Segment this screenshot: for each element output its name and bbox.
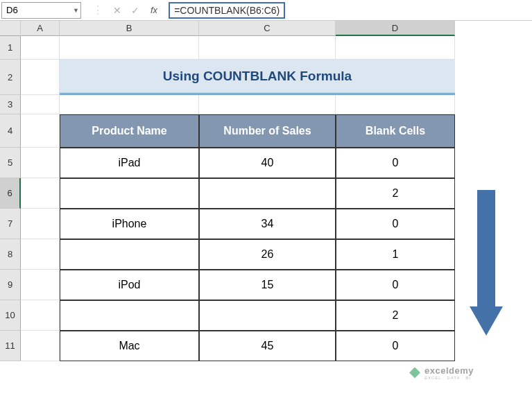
cell-D6[interactable]: 2 (336, 178, 455, 209)
cell-B3[interactable] (60, 95, 199, 114)
col-header-A[interactable]: A (21, 21, 60, 36)
row-header-6[interactable]: 6 (0, 178, 21, 209)
cell-A10[interactable] (21, 300, 60, 331)
enter-icon[interactable]: ✓ (131, 5, 139, 16)
cell-D1[interactable] (336, 36, 455, 60)
cell-A7[interactable] (21, 209, 60, 239)
cell-D8[interactable]: 1 (336, 239, 455, 270)
col-header-B[interactable]: B (60, 21, 199, 36)
table-header-sales[interactable]: Number of Sales (199, 114, 336, 148)
cell-C9[interactable]: 15 (199, 270, 336, 300)
cell-B10[interactable] (60, 300, 199, 331)
exceldemy-logo-icon (409, 367, 420, 379)
cell-D5[interactable]: 0 (336, 148, 455, 178)
cell-B11[interactable]: Mac (60, 331, 199, 361)
chevron-down-icon[interactable]: ▼ (73, 7, 79, 14)
formula-input[interactable]: =COUNTBLANK(B6:C6) (164, 2, 532, 19)
row-header-2[interactable]: 2 (0, 60, 21, 95)
cell-B5[interactable]: iPad (60, 148, 199, 178)
cell-A8[interactable] (21, 239, 60, 270)
cell-D11[interactable]: 0 (336, 331, 455, 361)
watermark-tagline: EXCEL · DATA · BI (424, 376, 474, 380)
watermark-brand: exceldemy (424, 365, 474, 376)
cell-B1[interactable] (60, 36, 199, 60)
formula-bar: D6 ▼ ⋮ ✕ ✓ fx =COUNTBLANK(B6:C6) (0, 0, 532, 21)
cell-C3[interactable] (199, 95, 336, 114)
cell-C5[interactable]: 40 (199, 148, 336, 178)
row-header-4[interactable]: 4 (0, 114, 21, 148)
row-headers: 1 2 3 4 5 6 7 8 9 10 11 (0, 36, 21, 361)
cell-D9[interactable]: 0 (336, 270, 455, 300)
cell-A6[interactable] (21, 178, 60, 209)
cell-C7[interactable]: 34 (199, 209, 336, 239)
row-header-7[interactable]: 7 (0, 209, 21, 239)
column-header-row: A B C D (0, 21, 532, 36)
cell-A9[interactable] (21, 270, 60, 300)
cell-A4[interactable] (21, 114, 60, 148)
cell-A5[interactable] (21, 148, 60, 178)
fx-label[interactable]: fx (151, 5, 157, 15)
formula-tools: ⋮ ✕ ✓ (84, 3, 148, 17)
title-cell[interactable]: Using COUNTBLANK Formula (60, 60, 455, 95)
cell-D7[interactable]: 0 (336, 209, 455, 239)
cell-B8[interactable] (60, 239, 199, 270)
cell-C8[interactable]: 26 (199, 239, 336, 270)
spreadsheet-grid[interactable]: Using COUNTBLANK Formula Product Name Nu… (21, 36, 455, 361)
cell-D10[interactable]: 2 (336, 300, 455, 331)
name-box-value: D6 (6, 5, 18, 15)
cancel-icon[interactable]: ✕ (113, 5, 121, 16)
cell-C11[interactable]: 45 (199, 331, 336, 361)
row-header-5[interactable]: 5 (0, 148, 21, 178)
select-all-corner[interactable] (0, 21, 21, 36)
cell-D3[interactable] (336, 95, 455, 114)
col-header-C[interactable]: C (199, 21, 336, 36)
cell-A3[interactable] (21, 95, 60, 114)
row-header-1[interactable]: 1 (0, 36, 21, 60)
cell-C1[interactable] (199, 36, 336, 60)
cell-A11[interactable] (21, 331, 60, 361)
cell-C10[interactable] (199, 300, 336, 331)
table-header-name[interactable]: Product Name (60, 114, 199, 148)
name-box[interactable]: D6 ▼ (1, 2, 81, 19)
cell-B6[interactable] (60, 178, 199, 209)
cell-A2[interactable] (21, 60, 60, 95)
cell-B9[interactable]: iPod (60, 270, 199, 300)
down-arrow-icon (477, 190, 503, 336)
cell-A1[interactable] (21, 36, 60, 60)
row-header-3[interactable]: 3 (0, 95, 21, 114)
row-header-9[interactable]: 9 (0, 270, 21, 300)
row-header-10[interactable]: 10 (0, 300, 21, 331)
separator: ⋮ (92, 3, 103, 17)
table-header-blank[interactable]: Blank Cells (336, 114, 455, 148)
row-header-8[interactable]: 8 (0, 239, 21, 270)
col-header-D[interactable]: D (336, 21, 455, 36)
cell-B7[interactable]: iPhone (60, 209, 199, 239)
formula-text: =COUNTBLANK(B6:C6) (169, 2, 285, 19)
watermark: exceldemy EXCEL · DATA · BI (409, 365, 474, 380)
cell-C6[interactable] (199, 178, 336, 209)
row-header-11[interactable]: 11 (0, 331, 21, 361)
